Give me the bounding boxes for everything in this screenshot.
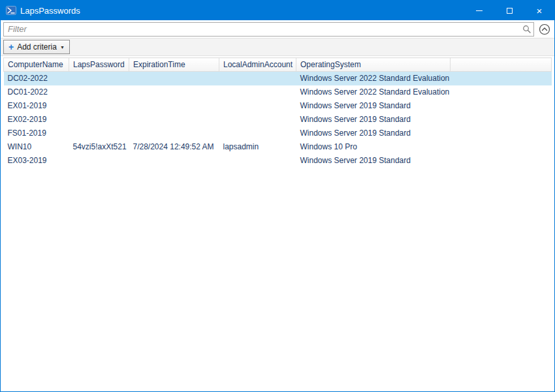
cell-filler: [451, 113, 552, 127]
cell-computername: DC01-2022: [4, 85, 69, 99]
cell-operatingsystem: Windows Server 2022 Standard Evaluation: [296, 72, 451, 85]
cell-expirationtime: [129, 72, 219, 85]
cell-lapspassword: [69, 113, 129, 127]
cell-expirationtime: [129, 85, 219, 99]
cell-computername: EX01-2019: [4, 99, 69, 113]
cell-lapspassword: [69, 72, 129, 85]
table-row[interactable]: FS01-2019Windows Server 2019 Standard: [4, 127, 552, 140]
cell-lapspassword: [69, 127, 129, 140]
cell-lapspassword: [69, 85, 129, 99]
cell-lapspassword: 54vzi5!axXt521: [69, 140, 129, 154]
criteria-toolbar: + Add criteria ▼: [1, 38, 554, 56]
cell-filler: [451, 85, 552, 99]
window-title: LapsPasswords: [20, 6, 464, 16]
close-button[interactable]: ×: [524, 1, 554, 20]
cell-expirationtime: [129, 99, 219, 113]
cell-computername: FS01-2019: [4, 127, 69, 140]
add-criteria-button[interactable]: + Add criteria ▼: [3, 40, 70, 54]
cell-localadminaccount: [219, 154, 296, 168]
cell-computername: EX03-2019: [4, 154, 69, 168]
results-grid: ComputerName LapsPassword ExpirationTime…: [1, 56, 554, 391]
cell-localadminaccount: [219, 127, 296, 140]
cell-localadminaccount: [219, 113, 296, 127]
table-row[interactable]: WIN1054vzi5!axXt5217/28/2024 12:49:52 AM…: [4, 140, 552, 154]
cell-filler: [451, 72, 552, 85]
cell-lapspassword: [69, 99, 129, 113]
cell-localadminaccount: lapsadmin: [219, 140, 296, 154]
chevron-up-circle-icon: [539, 23, 550, 35]
cell-expirationtime: [129, 154, 219, 168]
column-header-operatingsystem[interactable]: OperatingSystem: [296, 58, 451, 72]
cell-operatingsystem: Windows Server 2019 Standard: [296, 113, 451, 127]
plus-icon: +: [8, 43, 14, 51]
cell-localadminaccount: [219, 72, 296, 85]
table-row[interactable]: EX03-2019Windows Server 2019 Standard: [4, 154, 552, 168]
cell-computername: WIN10: [4, 140, 69, 154]
cell-operatingsystem: Windows Server 2022 Standard Evaluation: [296, 85, 451, 99]
filter-row: [1, 20, 554, 38]
cell-filler: [451, 127, 552, 140]
filter-box: [3, 22, 534, 37]
add-criteria-label: Add criteria: [17, 42, 57, 52]
filter-input[interactable]: [4, 23, 522, 36]
cell-computername: EX02-2019: [4, 113, 69, 127]
minimize-icon: [476, 10, 483, 11]
cell-expirationtime: 7/28/2024 12:49:52 AM: [129, 140, 219, 154]
cell-operatingsystem: Windows Server 2019 Standard: [296, 127, 451, 140]
table-row[interactable]: EX02-2019Windows Server 2019 Standard: [4, 113, 552, 127]
cell-filler: [451, 140, 552, 154]
cell-computername: DC02-2022: [4, 72, 69, 85]
grid-body: DC02-2022Windows Server 2022 Standard Ev…: [4, 72, 552, 168]
collapse-criteria-button[interactable]: [537, 22, 552, 37]
chevron-down-icon: ▼: [60, 45, 65, 50]
powershell-icon: [6, 5, 16, 16]
window-controls: ×: [464, 1, 554, 20]
minimize-button[interactable]: [464, 1, 494, 20]
cell-operatingsystem: Windows 10 Pro: [296, 140, 451, 154]
maximize-icon: [507, 8, 513, 14]
search-icon: [522, 25, 531, 33]
close-icon: ×: [537, 6, 543, 16]
cell-operatingsystem: Windows Server 2019 Standard: [296, 154, 451, 168]
column-header-expirationtime[interactable]: ExpirationTime: [129, 58, 219, 72]
cell-filler: [451, 154, 552, 168]
cell-operatingsystem: Windows Server 2019 Standard: [296, 99, 451, 113]
cell-lapspassword: [69, 154, 129, 168]
cell-filler: [451, 99, 552, 113]
cell-localadminaccount: [219, 99, 296, 113]
column-header-localadminaccount[interactable]: LocalAdminAccount: [219, 58, 296, 72]
table-row[interactable]: EX01-2019Windows Server 2019 Standard: [4, 99, 552, 113]
column-header-computername[interactable]: ComputerName: [4, 58, 69, 72]
column-header-filler: [451, 58, 552, 72]
maximize-button[interactable]: [494, 1, 524, 20]
cell-localadminaccount: [219, 85, 296, 99]
table-row[interactable]: DC02-2022Windows Server 2022 Standard Ev…: [4, 72, 552, 85]
column-header-lapspassword[interactable]: LapsPassword: [69, 58, 129, 72]
cell-expirationtime: [129, 127, 219, 140]
cell-expirationtime: [129, 113, 219, 127]
grid-header-row: ComputerName LapsPassword ExpirationTime…: [4, 58, 552, 72]
app-window: LapsPasswords × + Ad: [0, 0, 555, 392]
table-row[interactable]: DC01-2022Windows Server 2022 Standard Ev…: [4, 85, 552, 99]
titlebar: LapsPasswords ×: [1, 1, 554, 20]
